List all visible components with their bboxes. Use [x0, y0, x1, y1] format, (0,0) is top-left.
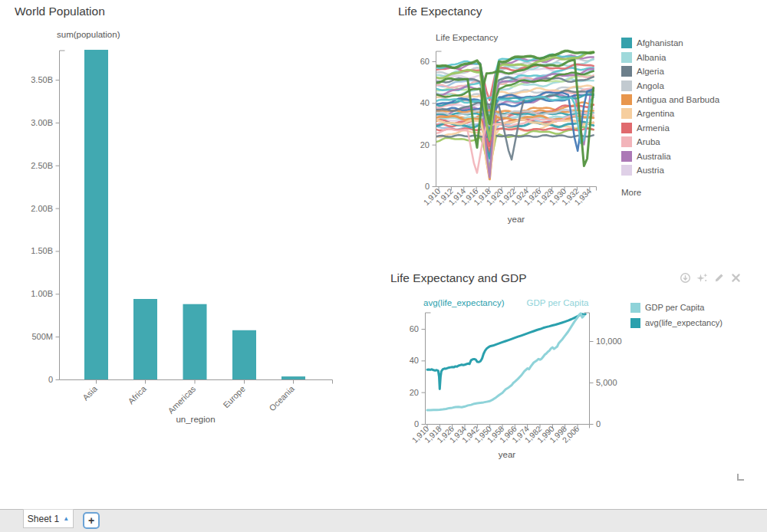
country-legend: AfghanistanAlbaniaAlgeriaAngolaAntigua a… — [621, 36, 719, 197]
legend-color-swatch — [630, 303, 640, 313]
legend-item-label: Argentina — [637, 109, 674, 118]
legend-item-label: Albania — [637, 53, 666, 62]
legend-item[interactable]: Albania — [621, 50, 719, 64]
svg-text:5,000: 5,000 — [596, 378, 617, 387]
svg-text:year: year — [508, 215, 525, 224]
svg-text:1.00B: 1.00B — [31, 289, 53, 298]
legend-item[interactable]: Algeria — [621, 64, 719, 78]
life-expectancy-chart[interactable]: Life Expectancy02040601,9101,9121,9141,9… — [420, 33, 597, 224]
legend-item-label: GDP per Capita — [645, 303, 704, 312]
legend-color-swatch — [621, 136, 632, 147]
legend-item-label: Angola — [637, 81, 664, 90]
legend-color-swatch — [621, 38, 632, 48]
svg-text:avg(life_expectancy): avg(life_expectancy) — [423, 298, 505, 307]
legend-color-swatch — [621, 94, 632, 105]
sparkles-icon[interactable] — [696, 272, 708, 284]
gdp-legend: GDP per Capitaavg(life_expectancy) — [630, 300, 723, 330]
resize-corner-handle[interactable] — [738, 474, 744, 480]
legend-more-button[interactable]: More — [621, 188, 719, 197]
legend-item-label: Aruba — [637, 137, 660, 146]
legend-color-swatch — [621, 165, 632, 176]
svg-text:20: 20 — [420, 140, 430, 149]
sheet-tab[interactable]: Sheet 1 ▲ — [23, 509, 74, 528]
edit-pencil-icon[interactable] — [713, 272, 725, 284]
legend-item[interactable]: Antigua and Barbuda — [621, 93, 719, 107]
life-expectancy-title: Life Expectancy — [398, 5, 482, 18]
legend-item[interactable]: Aruba — [621, 135, 719, 149]
svg-text:10,000: 10,000 — [596, 337, 622, 346]
world-population-title: World Population — [15, 5, 105, 18]
svg-text:500M: 500M — [31, 332, 53, 341]
legend-item[interactable]: Afghanistan — [621, 36, 719, 50]
svg-text:0: 0 — [414, 419, 419, 429]
svg-text:2.50B: 2.50B — [31, 161, 53, 170]
legend-item[interactable]: Australia — [621, 149, 719, 163]
svg-text:3.50B: 3.50B — [31, 75, 53, 84]
legend-item[interactable]: Angola — [621, 78, 719, 92]
sheet-tab-bar: Sheet 1 ▲ + — [0, 509, 767, 532]
svg-text:Europe: Europe — [221, 384, 247, 410]
svg-text:Americas: Americas — [166, 384, 198, 415]
legend-item[interactable]: Austria — [621, 163, 719, 177]
svg-text:40: 40 — [410, 356, 419, 365]
svg-text:Africa: Africa — [127, 383, 149, 406]
legend-item-label: Australia — [637, 152, 671, 161]
svg-text:Asia: Asia — [81, 383, 99, 402]
svg-text:un_region: un_region — [176, 415, 215, 424]
chart-toolbar — [680, 272, 742, 284]
legend-item-label: Armenia — [637, 123, 670, 133]
download-icon[interactable] — [680, 272, 691, 284]
legend-item[interactable]: GDP per Capita — [630, 300, 723, 315]
svg-text:60: 60 — [410, 324, 419, 333]
svg-text:sum(population): sum(population) — [57, 30, 120, 39]
sheet-menu-caret-icon[interactable]: ▲ — [63, 516, 69, 522]
svg-text:0: 0 — [596, 419, 601, 429]
legend-color-swatch — [621, 123, 632, 133]
legend-color-swatch — [621, 151, 632, 162]
legend-color-swatch — [621, 52, 632, 63]
svg-text:3.00B: 3.00B — [31, 118, 53, 127]
legend-item-label: Austria — [637, 166, 664, 175]
legend-item[interactable]: Argentina — [621, 107, 719, 120]
sheet-tab-label: Sheet 1 — [28, 514, 59, 524]
world-population-chart[interactable]: sum(population)0500M1.00B1.50B2.00B2.50B… — [31, 30, 332, 424]
legend-item-label: Afghanistan — [637, 38, 683, 48]
svg-text:0: 0 — [48, 375, 53, 384]
legend-item-label: Antigua and Barbuda — [637, 95, 719, 104]
svg-text:40: 40 — [420, 98, 430, 107]
svg-text:Oceania: Oceania — [267, 383, 296, 412]
add-sheet-button[interactable]: + — [83, 512, 100, 529]
legend-item[interactable]: avg(life_expectancy) — [630, 315, 723, 330]
svg-text:GDP per Capita: GDP per Capita — [527, 298, 590, 307]
svg-text:year: year — [499, 450, 516, 459]
svg-text:Life Expectancy: Life Expectancy — [436, 33, 498, 42]
svg-text:60: 60 — [420, 57, 430, 66]
legend-color-swatch — [621, 80, 632, 91]
legend-item-label: avg(life_expectancy) — [645, 318, 723, 327]
legend-color-swatch — [621, 108, 632, 119]
svg-text:1.50B: 1.50B — [31, 246, 53, 255]
close-icon[interactable] — [730, 272, 742, 284]
legend-color-swatch — [630, 318, 640, 328]
svg-text:2.00B: 2.00B — [31, 204, 53, 213]
life-expectancy-gdp-title: Life Expectancy and GDP — [390, 271, 527, 285]
svg-text:20: 20 — [410, 388, 419, 397]
dashboard: sum(population)0500M1.00B1.50B2.00B2.50B… — [0, 0, 767, 532]
legend-item-label: Algeria — [637, 67, 664, 76]
legend-color-swatch — [621, 66, 632, 77]
legend-item[interactable]: Armenia — [621, 121, 719, 135]
svg-text:0: 0 — [425, 182, 430, 191]
